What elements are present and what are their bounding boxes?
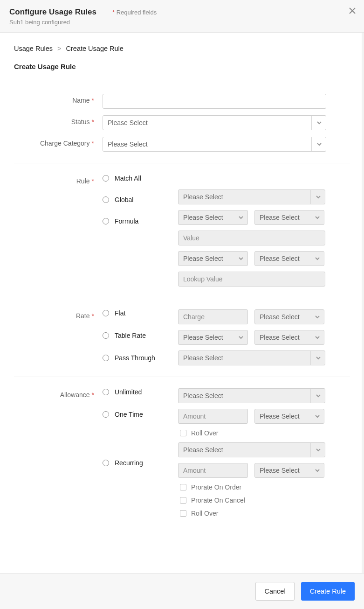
rate-table-select-1[interactable]: Please Select bbox=[178, 330, 248, 345]
rule-lookup-value-input[interactable] bbox=[178, 272, 325, 287]
allowance-radio-recurring-label: Recurring bbox=[115, 459, 143, 467]
breadcrumb-separator: > bbox=[57, 45, 61, 52]
chevron-down-icon bbox=[311, 116, 322, 130]
allowance-radio-recurring[interactable] bbox=[103, 460, 109, 466]
label-charge-category: Charge Category* bbox=[14, 137, 103, 147]
allowance-radio-one-time-label: One Time bbox=[115, 411, 143, 418]
rule-radio-match-all[interactable] bbox=[103, 175, 109, 182]
close-icon[interactable] bbox=[348, 7, 357, 16]
rate-radio-table-label: Table Rate bbox=[115, 332, 146, 339]
modal-configure-usage-rules: Configure Usage Rules * Required fields … bbox=[0, 0, 364, 609]
rule-radio-global[interactable] bbox=[103, 196, 109, 203]
required-fields-note: * Required fields bbox=[112, 9, 157, 16]
chevron-down-icon bbox=[310, 389, 321, 403]
allowance-onetime-rollover-checkbox[interactable] bbox=[180, 430, 186, 436]
cancel-button[interactable]: Cancel bbox=[255, 582, 294, 601]
scrollbar-track bbox=[362, 33, 364, 573]
modal-title: Configure Usage Rules bbox=[9, 7, 96, 17]
section-basic: Name* Status* Please Select Charge Categ… bbox=[14, 94, 350, 163]
section-allowance: Allowance* Unlimited One Time bbox=[14, 388, 350, 528]
rate-table-select-2[interactable]: Please Select bbox=[254, 330, 324, 345]
chevron-down-icon bbox=[310, 351, 321, 365]
chevron-down-icon bbox=[311, 137, 322, 151]
rule-value-input[interactable] bbox=[178, 231, 325, 245]
allowance-prorate-cancel-label: Prorate On Cancel bbox=[191, 497, 245, 504]
section-rule: Rule* Match All Global bbox=[14, 175, 350, 298]
chevron-down-icon bbox=[313, 210, 320, 224]
breadcrumb-root[interactable]: Usage Rules bbox=[14, 45, 53, 52]
rule-radio-global-label: Global bbox=[115, 196, 133, 203]
breadcrumb-current: Create Usage Rule bbox=[66, 45, 124, 52]
allowance-recurring-select[interactable]: Please Select bbox=[178, 442, 325, 457]
label-rule: Rule* bbox=[14, 175, 103, 185]
chevron-down-icon bbox=[236, 252, 244, 266]
allowance-radio-one-time[interactable] bbox=[103, 411, 109, 418]
rule-radio-formula[interactable] bbox=[103, 218, 109, 224]
modal-header: Configure Usage Rules * Required fields … bbox=[0, 0, 364, 33]
chevron-down-icon bbox=[310, 190, 321, 204]
chevron-down-icon bbox=[313, 252, 320, 266]
allowance-recurring-amount-input[interactable] bbox=[178, 463, 248, 478]
allowance-unlimited-select[interactable]: Please Select bbox=[178, 388, 325, 403]
chevron-down-icon bbox=[236, 210, 244, 224]
rate-radio-table[interactable] bbox=[103, 332, 109, 339]
chevron-down-icon bbox=[313, 409, 320, 423]
chevron-down-icon bbox=[313, 310, 320, 324]
create-rule-button[interactable]: Create Rule bbox=[301, 582, 355, 601]
charge-category-select[interactable]: Please Select bbox=[103, 137, 326, 152]
allowance-onetime-select[interactable]: Please Select bbox=[254, 409, 324, 424]
allowance-recurring-rollover-label: Roll Over bbox=[191, 510, 218, 517]
rule-formula-select-4[interactable]: Please Select bbox=[254, 251, 324, 266]
allowance-prorate-order-checkbox[interactable] bbox=[180, 484, 186, 490]
section-rate: Rate* Flat Table Rate bbox=[14, 309, 350, 377]
page-title: Create Usage Rule bbox=[14, 63, 350, 70]
rate-pass-through-select[interactable]: Please Select bbox=[178, 350, 325, 365]
rule-radio-formula-label: Formula bbox=[115, 217, 138, 225]
breadcrumb: Usage Rules > Create Usage Rule bbox=[14, 45, 350, 52]
allowance-radio-unlimited[interactable] bbox=[103, 389, 109, 395]
name-input[interactable] bbox=[103, 94, 326, 109]
chevron-down-icon bbox=[313, 330, 320, 344]
allowance-onetime-rollover-label: Roll Over bbox=[191, 429, 218, 437]
label-rate: Rate* bbox=[14, 309, 103, 320]
chevron-down-icon bbox=[310, 443, 321, 457]
rule-formula-select-2[interactable]: Please Select bbox=[254, 210, 324, 225]
status-select[interactable]: Please Select bbox=[103, 115, 326, 130]
modal-subtitle: Sub1 being configured bbox=[9, 19, 355, 26]
modal-footer: Cancel Create Rule bbox=[0, 573, 364, 609]
chevron-down-icon bbox=[313, 463, 320, 477]
allowance-recurring-unit-select[interactable]: Please Select bbox=[254, 463, 324, 478]
allowance-prorate-order-label: Prorate On Order bbox=[191, 483, 241, 491]
rate-charge-input[interactable] bbox=[178, 309, 248, 324]
allowance-radio-unlimited-label: Unlimited bbox=[115, 388, 142, 396]
modal-body: Usage Rules > Create Usage Rule Create U… bbox=[0, 33, 364, 573]
rate-radio-flat[interactable] bbox=[103, 310, 109, 316]
rate-radio-flat-label: Flat bbox=[115, 309, 125, 317]
rate-flat-select[interactable]: Please Select bbox=[254, 309, 324, 324]
rule-global-select[interactable]: Please Select bbox=[178, 189, 325, 204]
rule-formula-select-3[interactable]: Please Select bbox=[178, 251, 248, 266]
allowance-onetime-amount-input[interactable] bbox=[178, 409, 248, 424]
chevron-down-icon bbox=[236, 330, 244, 344]
rule-radio-match-all-label: Match All bbox=[115, 175, 141, 182]
label-allowance: Allowance* bbox=[14, 388, 103, 399]
rule-formula-select-1[interactable]: Please Select bbox=[178, 210, 248, 225]
allowance-recurring-rollover-checkbox[interactable] bbox=[180, 510, 186, 517]
rate-radio-pass-through[interactable] bbox=[103, 355, 109, 361]
label-status: Status* bbox=[14, 115, 103, 126]
allowance-prorate-cancel-checkbox[interactable] bbox=[180, 497, 186, 504]
label-name: Name* bbox=[14, 94, 103, 104]
rate-radio-pass-through-label: Pass Through bbox=[115, 354, 155, 362]
